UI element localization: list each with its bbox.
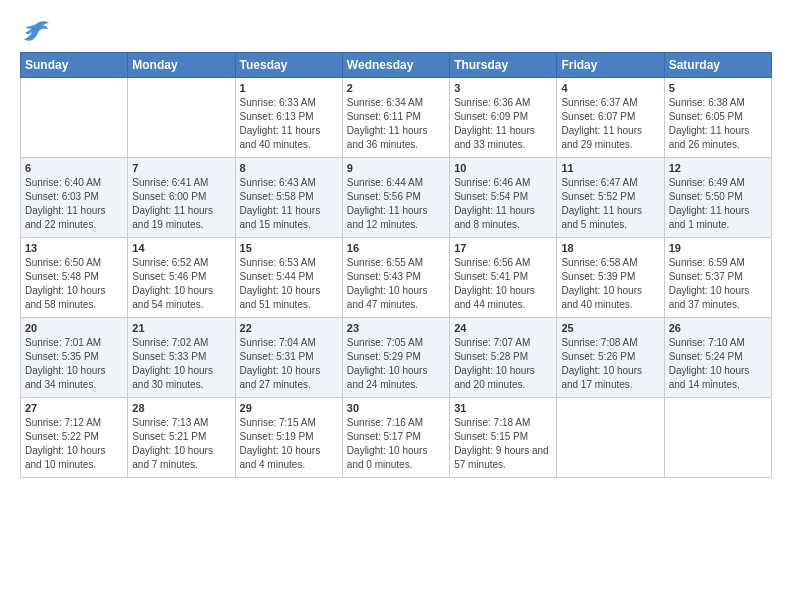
day-number: 9: [347, 162, 445, 174]
calendar-cell: 16Sunrise: 6:55 AM Sunset: 5:43 PM Dayli…: [342, 238, 449, 318]
day-number: 31: [454, 402, 552, 414]
column-header-friday: Friday: [557, 53, 664, 78]
day-info: Sunrise: 7:01 AM Sunset: 5:35 PM Dayligh…: [25, 336, 123, 392]
day-info: Sunrise: 7:07 AM Sunset: 5:28 PM Dayligh…: [454, 336, 552, 392]
week-row-1: 1Sunrise: 6:33 AM Sunset: 6:13 PM Daylig…: [21, 78, 772, 158]
calendar-cell: 31Sunrise: 7:18 AM Sunset: 5:15 PM Dayli…: [450, 398, 557, 478]
day-number: 6: [25, 162, 123, 174]
day-info: Sunrise: 6:47 AM Sunset: 5:52 PM Dayligh…: [561, 176, 659, 232]
day-info: Sunrise: 7:16 AM Sunset: 5:17 PM Dayligh…: [347, 416, 445, 472]
day-info: Sunrise: 7:04 AM Sunset: 5:31 PM Dayligh…: [240, 336, 338, 392]
calendar-cell: 27Sunrise: 7:12 AM Sunset: 5:22 PM Dayli…: [21, 398, 128, 478]
day-number: 16: [347, 242, 445, 254]
calendar-cell: [21, 78, 128, 158]
calendar-cell: 11Sunrise: 6:47 AM Sunset: 5:52 PM Dayli…: [557, 158, 664, 238]
day-info: Sunrise: 7:15 AM Sunset: 5:19 PM Dayligh…: [240, 416, 338, 472]
day-info: Sunrise: 6:33 AM Sunset: 6:13 PM Dayligh…: [240, 96, 338, 152]
calendar-cell: [128, 78, 235, 158]
day-number: 11: [561, 162, 659, 174]
day-number: 10: [454, 162, 552, 174]
day-info: Sunrise: 6:41 AM Sunset: 6:00 PM Dayligh…: [132, 176, 230, 232]
day-number: 4: [561, 82, 659, 94]
day-number: 18: [561, 242, 659, 254]
column-header-saturday: Saturday: [664, 53, 771, 78]
calendar-cell: 18Sunrise: 6:58 AM Sunset: 5:39 PM Dayli…: [557, 238, 664, 318]
day-info: Sunrise: 7:10 AM Sunset: 5:24 PM Dayligh…: [669, 336, 767, 392]
column-header-thursday: Thursday: [450, 53, 557, 78]
day-info: Sunrise: 6:36 AM Sunset: 6:09 PM Dayligh…: [454, 96, 552, 152]
calendar-cell: 29Sunrise: 7:15 AM Sunset: 5:19 PM Dayli…: [235, 398, 342, 478]
day-number: 7: [132, 162, 230, 174]
day-number: 19: [669, 242, 767, 254]
header-row: SundayMondayTuesdayWednesdayThursdayFrid…: [21, 53, 772, 78]
calendar-table: SundayMondayTuesdayWednesdayThursdayFrid…: [20, 52, 772, 478]
column-header-wednesday: Wednesday: [342, 53, 449, 78]
logo-bird-icon: [22, 20, 50, 42]
day-info: Sunrise: 6:53 AM Sunset: 5:44 PM Dayligh…: [240, 256, 338, 312]
day-info: Sunrise: 7:02 AM Sunset: 5:33 PM Dayligh…: [132, 336, 230, 392]
day-info: Sunrise: 6:44 AM Sunset: 5:56 PM Dayligh…: [347, 176, 445, 232]
calendar-cell: 5Sunrise: 6:38 AM Sunset: 6:05 PM Daylig…: [664, 78, 771, 158]
calendar-cell: 21Sunrise: 7:02 AM Sunset: 5:33 PM Dayli…: [128, 318, 235, 398]
day-info: Sunrise: 6:34 AM Sunset: 6:11 PM Dayligh…: [347, 96, 445, 152]
day-info: Sunrise: 6:37 AM Sunset: 6:07 PM Dayligh…: [561, 96, 659, 152]
logo: [20, 20, 50, 42]
calendar-cell: 6Sunrise: 6:40 AM Sunset: 6:03 PM Daylig…: [21, 158, 128, 238]
column-header-monday: Monday: [128, 53, 235, 78]
calendar-cell: 7Sunrise: 6:41 AM Sunset: 6:00 PM Daylig…: [128, 158, 235, 238]
calendar-cell: 10Sunrise: 6:46 AM Sunset: 5:54 PM Dayli…: [450, 158, 557, 238]
day-number: 27: [25, 402, 123, 414]
day-number: 30: [347, 402, 445, 414]
page-header: [20, 20, 772, 42]
calendar-cell: 12Sunrise: 6:49 AM Sunset: 5:50 PM Dayli…: [664, 158, 771, 238]
calendar-cell: 13Sunrise: 6:50 AM Sunset: 5:48 PM Dayli…: [21, 238, 128, 318]
day-number: 26: [669, 322, 767, 334]
day-number: 1: [240, 82, 338, 94]
calendar-cell: 4Sunrise: 6:37 AM Sunset: 6:07 PM Daylig…: [557, 78, 664, 158]
day-info: Sunrise: 7:08 AM Sunset: 5:26 PM Dayligh…: [561, 336, 659, 392]
day-info: Sunrise: 6:56 AM Sunset: 5:41 PM Dayligh…: [454, 256, 552, 312]
day-number: 17: [454, 242, 552, 254]
calendar-cell: [557, 398, 664, 478]
day-number: 12: [669, 162, 767, 174]
calendar-cell: 8Sunrise: 6:43 AM Sunset: 5:58 PM Daylig…: [235, 158, 342, 238]
week-row-3: 13Sunrise: 6:50 AM Sunset: 5:48 PM Dayli…: [21, 238, 772, 318]
calendar-cell: 20Sunrise: 7:01 AM Sunset: 5:35 PM Dayli…: [21, 318, 128, 398]
day-number: 28: [132, 402, 230, 414]
day-info: Sunrise: 7:18 AM Sunset: 5:15 PM Dayligh…: [454, 416, 552, 472]
day-info: Sunrise: 7:13 AM Sunset: 5:21 PM Dayligh…: [132, 416, 230, 472]
day-info: Sunrise: 6:55 AM Sunset: 5:43 PM Dayligh…: [347, 256, 445, 312]
day-number: 8: [240, 162, 338, 174]
day-info: Sunrise: 6:58 AM Sunset: 5:39 PM Dayligh…: [561, 256, 659, 312]
calendar-cell: 1Sunrise: 6:33 AM Sunset: 6:13 PM Daylig…: [235, 78, 342, 158]
day-info: Sunrise: 6:52 AM Sunset: 5:46 PM Dayligh…: [132, 256, 230, 312]
calendar-cell: [664, 398, 771, 478]
calendar-cell: 28Sunrise: 7:13 AM Sunset: 5:21 PM Dayli…: [128, 398, 235, 478]
week-row-4: 20Sunrise: 7:01 AM Sunset: 5:35 PM Dayli…: [21, 318, 772, 398]
day-number: 5: [669, 82, 767, 94]
day-number: 21: [132, 322, 230, 334]
day-number: 24: [454, 322, 552, 334]
column-header-sunday: Sunday: [21, 53, 128, 78]
day-number: 13: [25, 242, 123, 254]
calendar-cell: 19Sunrise: 6:59 AM Sunset: 5:37 PM Dayli…: [664, 238, 771, 318]
day-info: Sunrise: 7:12 AM Sunset: 5:22 PM Dayligh…: [25, 416, 123, 472]
calendar-cell: 25Sunrise: 7:08 AM Sunset: 5:26 PM Dayli…: [557, 318, 664, 398]
week-row-2: 6Sunrise: 6:40 AM Sunset: 6:03 PM Daylig…: [21, 158, 772, 238]
calendar-cell: 15Sunrise: 6:53 AM Sunset: 5:44 PM Dayli…: [235, 238, 342, 318]
day-info: Sunrise: 6:40 AM Sunset: 6:03 PM Dayligh…: [25, 176, 123, 232]
day-number: 22: [240, 322, 338, 334]
calendar-cell: 26Sunrise: 7:10 AM Sunset: 5:24 PM Dayli…: [664, 318, 771, 398]
calendar-cell: 14Sunrise: 6:52 AM Sunset: 5:46 PM Dayli…: [128, 238, 235, 318]
day-info: Sunrise: 6:46 AM Sunset: 5:54 PM Dayligh…: [454, 176, 552, 232]
column-header-tuesday: Tuesday: [235, 53, 342, 78]
day-number: 3: [454, 82, 552, 94]
calendar-cell: 2Sunrise: 6:34 AM Sunset: 6:11 PM Daylig…: [342, 78, 449, 158]
day-number: 2: [347, 82, 445, 94]
calendar-cell: 23Sunrise: 7:05 AM Sunset: 5:29 PM Dayli…: [342, 318, 449, 398]
day-number: 14: [132, 242, 230, 254]
calendar-cell: 9Sunrise: 6:44 AM Sunset: 5:56 PM Daylig…: [342, 158, 449, 238]
day-info: Sunrise: 6:59 AM Sunset: 5:37 PM Dayligh…: [669, 256, 767, 312]
calendar-cell: 24Sunrise: 7:07 AM Sunset: 5:28 PM Dayli…: [450, 318, 557, 398]
day-info: Sunrise: 6:38 AM Sunset: 6:05 PM Dayligh…: [669, 96, 767, 152]
